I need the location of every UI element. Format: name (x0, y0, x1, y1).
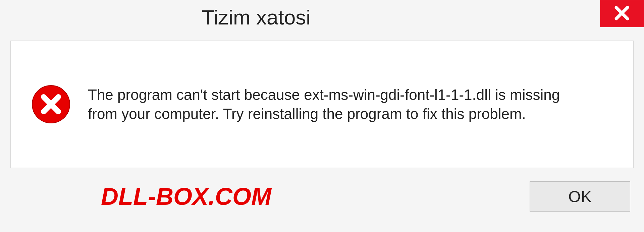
error-dialog: Tizim xatosi The program can't start bec… (0, 0, 644, 232)
titlebar: Tizim xatosi (0, 0, 644, 34)
error-message: The program can't start because ext-ms-w… (88, 85, 591, 123)
content-panel: The program can't start because ext-ms-w… (10, 41, 634, 168)
error-icon (31, 84, 71, 124)
dialog-footer: DLL-BOX.COM OK (0, 168, 644, 225)
ok-button[interactable]: OK (530, 181, 630, 212)
close-icon (613, 5, 630, 23)
close-button[interactable] (600, 0, 644, 27)
dialog-title: Tizim xatosi (202, 5, 311, 29)
watermark-text: DLL-BOX.COM (101, 183, 271, 210)
